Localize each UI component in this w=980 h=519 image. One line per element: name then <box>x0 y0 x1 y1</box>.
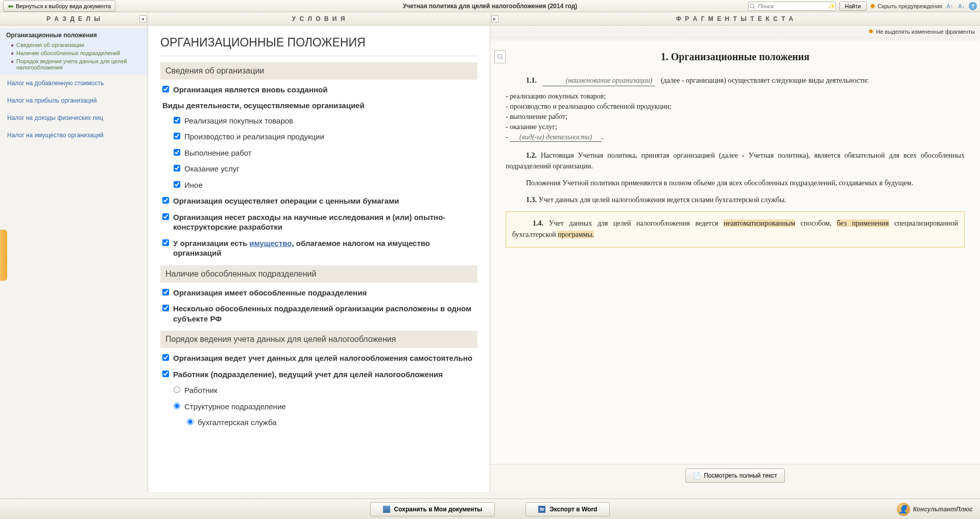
condition-row: Выполнение работ <box>160 143 477 159</box>
subsection-heading: Порядок ведения учета данных для целей н… <box>160 331 477 348</box>
font-increase-icon[interactable]: A↑ <box>945 3 954 9</box>
property-link[interactable]: имущество <box>249 239 292 248</box>
doc-heading: 1. Организационные положения <box>506 51 965 63</box>
view-full-text-button[interactable]: 📄 Посмотреть полный текст <box>685 468 785 483</box>
document-preview[interactable]: 1. Организационные положения 1.1. (наиме… <box>490 41 980 464</box>
checkbox[interactable] <box>162 305 169 311</box>
condition-row: Организация осуществляет операции с ценн… <box>160 191 477 207</box>
checkbox[interactable] <box>174 117 180 123</box>
wand-icon[interactable]: ✨ <box>827 3 835 10</box>
list-item: - оказание услуг; <box>506 123 965 131</box>
highlight-label: Не выделять измененные фрагменты <box>876 29 975 35</box>
condition-row: Несколько обособленных подразделений орг… <box>160 299 477 325</box>
bottom-bar: Сохранить в Мои документы W Экспорт в Wo… <box>0 499 980 519</box>
sections-sidebar: Р А З Д Е Л Ы ◂ Организационные положени… <box>0 12 148 492</box>
search-input[interactable] <box>756 3 827 9</box>
condition-label: Производство и реализация продукции <box>184 132 324 142</box>
list-item: - производство и реализацию собственной … <box>506 103 965 111</box>
condition-label: Организация имеет обособленные подраздел… <box>173 288 367 298</box>
checkbox[interactable] <box>174 133 180 139</box>
find-button[interactable]: Найти <box>839 2 866 11</box>
section-link[interactable]: Налог на доходы физических лиц <box>0 109 148 127</box>
brand-name: КонсультантПлюс <box>913 506 973 513</box>
checkbox[interactable] <box>174 165 180 171</box>
checkbox[interactable] <box>162 354 169 361</box>
collapse-sidebar-icon[interactable]: ◂ <box>139 15 147 22</box>
radio[interactable] <box>174 403 180 409</box>
view-full-label: Посмотреть полный текст <box>704 472 777 479</box>
top-toolbar: ⬅ Вернуться к выбору вида документа Учет… <box>0 0 980 12</box>
section-link[interactable]: Налог на добавленную стоимость <box>0 75 148 92</box>
checkbox[interactable] <box>162 370 169 377</box>
search-box: ✨ <box>748 2 836 11</box>
back-button[interactable]: ⬅ Вернуться к выбору вида документа <box>3 1 115 12</box>
condition-row: Организация несет расходы на научные исс… <box>160 207 477 233</box>
radio[interactable] <box>187 418 194 425</box>
blank-field: (вид(-ы) деятельности) <box>510 133 602 142</box>
hide-warnings-button[interactable]: ✹ Скрыть предупреждения <box>870 2 943 10</box>
section-link[interactable]: Налог на прибыль организаций <box>0 92 148 109</box>
checkbox[interactable] <box>162 239 169 246</box>
sidebar-subitem: Сведения об организации <box>6 41 141 49</box>
condition-row: Иное <box>160 175 477 191</box>
radio[interactable] <box>174 386 180 393</box>
checkbox[interactable] <box>162 289 169 295</box>
help-icon[interactable]: ? <box>969 2 977 10</box>
checkbox[interactable] <box>162 86 169 92</box>
section-link[interactable]: Налог на имущество организаций <box>0 127 148 144</box>
doc-paragraph: Положения Учетной политики применяются в… <box>506 178 965 188</box>
condition-label: Несколько обособленных подразделений орг… <box>173 304 475 324</box>
blank-field: (наименование организации) <box>542 75 656 86</box>
subsection-heading: Сведения об организации <box>160 62 477 80</box>
expand-fragments-icon[interactable]: ▸ <box>491 15 498 22</box>
warning-icon: ✹ <box>870 2 876 10</box>
condition-label: Реализация покупных товаров <box>184 116 293 126</box>
conditions-scroll[interactable]: ОРГАНИЗАЦИОННЫЕ ПОЛОЖЕНИЯ Сведения об ор… <box>148 26 490 492</box>
highlight-toggle[interactable]: ✹ Не выделять измененные фрагменты <box>868 28 975 35</box>
save-button[interactable]: Сохранить в Мои документы <box>370 502 495 516</box>
condition-label: Работник (подразделение), ведущий учет д… <box>173 369 443 380</box>
condition-label: Оказание услуг <box>184 164 240 174</box>
subitem-link[interactable]: Сведения об организации <box>16 42 84 48</box>
export-word-button[interactable]: W Экспорт в Word <box>525 502 610 516</box>
conditions-panel: У С Л О В И Я ОРГАНИЗАЦИОННЫЕ ПОЛОЖЕНИЯ … <box>148 12 490 492</box>
doc-paragraph: 1.3. Учет данных для целей налогообложен… <box>506 194 965 205</box>
search-icon <box>749 3 756 10</box>
active-section-title[interactable]: Организационные положения <box>6 32 141 39</box>
word-icon: W <box>538 506 545 513</box>
doc-paragraph: 1.2. Настоящая Учетная политика, принята… <box>506 150 965 171</box>
condition-label: Работник <box>184 385 218 396</box>
checkbox[interactable] <box>162 197 169 204</box>
highlighted-fragment: 1.4. Учет данных для целей налогообложен… <box>506 211 965 248</box>
condition-label: бухгалтерская служба <box>198 417 277 428</box>
condition-row: Организация является вновь созданной <box>160 80 477 96</box>
side-tab-handle[interactable] <box>0 230 7 281</box>
bullet-icon <box>11 53 13 55</box>
sidebar-subitem: Порядок ведения учета данных для целей н… <box>6 57 141 71</box>
active-section: Организационные положения Сведения об ор… <box>0 29 148 75</box>
list-item: - реализацию покупных товаров; <box>506 92 965 101</box>
condition-row: Оказание услуг <box>160 159 477 175</box>
condition-label: Выполнение работ <box>184 148 252 158</box>
subsection-heading: Наличие обособленных подразделений <box>160 265 477 283</box>
condition-label: Иное <box>184 180 203 190</box>
save-icon <box>383 506 390 513</box>
fragments-header: Ф Р А Г М Е Н Т Ы Т Е К С Т А ▸ <box>490 12 980 26</box>
subitem-link[interactable]: Порядок ведения учета данных для целей н… <box>16 58 141 70</box>
checkbox[interactable] <box>174 181 180 188</box>
subitem-link[interactable]: Наличие обособленных подразделений <box>16 50 120 56</box>
checkbox[interactable] <box>174 149 180 156</box>
zoom-icon[interactable] <box>494 50 506 63</box>
logo-badge-icon: 👤 <box>897 503 910 516</box>
back-label: Вернуться к выбору вида документа <box>16 3 111 9</box>
condition-label: Организация ведет учет данных для целей … <box>173 353 472 363</box>
highlight-icon: ✹ <box>868 28 874 35</box>
condition-row: Работник (подразделение), ведущий учет д… <box>160 364 477 381</box>
condition-row: Организация ведет учет данных для целей … <box>160 348 477 364</box>
conditions-heading: ОРГАНИЗАЦИОННЫЕ ПОЛОЖЕНИЯ <box>160 26 477 56</box>
checkbox[interactable] <box>162 213 169 220</box>
font-decrease-icon[interactable]: A↓ <box>957 3 966 9</box>
document-title: Учетная политика для целей налогообложен… <box>403 3 578 10</box>
list-item: - выполнение работ; <box>506 113 965 121</box>
bullet-icon <box>11 44 13 46</box>
